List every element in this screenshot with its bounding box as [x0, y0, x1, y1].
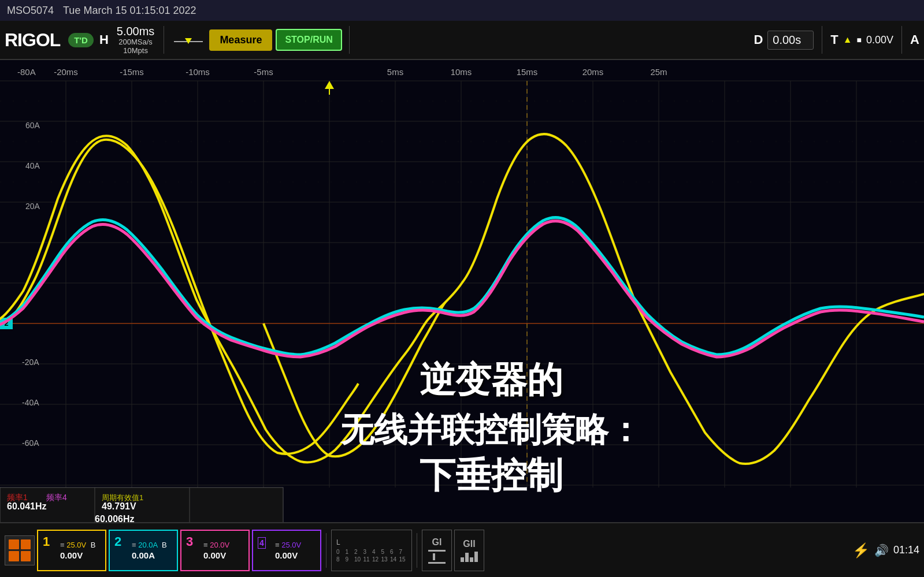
gi-label: GI [432, 537, 442, 548]
logic-analyzer-panel[interactable]: L 01234567 89101112131415 [331, 530, 412, 571]
gii-label: GII [463, 539, 475, 549]
ch1-voltage: 25.0V [66, 541, 86, 549]
gii-panel[interactable]: GII [454, 530, 484, 571]
ch4-voltage-line: ≡ 25.0V [275, 540, 314, 550]
svg-text:频率4: 频率4 [46, 493, 67, 502]
trigger-level-icon: ■ [857, 35, 862, 44]
svg-text:周期有效值1: 周期有效值1 [102, 493, 143, 502]
divider2 [349, 26, 350, 54]
ch2-voltage: 20.0A [138, 541, 157, 549]
trigger-level-value: 0.00V [866, 34, 893, 46]
stoprun-button[interactable]: STOP/RUN [276, 29, 342, 51]
svg-text:-10ms: -10ms [185, 67, 210, 77]
ch1-info: ≡ 25.0V B 0.00V [60, 540, 99, 560]
separator2 [417, 533, 417, 568]
gii-symbol [461, 552, 478, 562]
toolbar: RIGOL T'D H 5.00ms 200MSa/s 10Mpts Measu… [0, 21, 924, 60]
divider3 [822, 26, 822, 54]
timebase-value: 5.00ms [117, 25, 155, 38]
logic-grid: 01234567 89101112131415 [336, 549, 407, 563]
model-label: MSO5074 [7, 5, 54, 17]
toolbar-right: D 0.00s T ▲ ■ 0.00V A [754, 26, 919, 54]
ch2-info: ≡ 20.0A B 0.00A [132, 540, 171, 560]
ch3-number: 3 [186, 534, 193, 549]
svg-text:下垂控制: 下垂控制 [420, 455, 563, 495]
samplerate-value: 200MSa/s [118, 38, 153, 46]
ch1-coupling: B [91, 541, 96, 549]
svg-text:-15ms: -15ms [120, 67, 144, 77]
logic-label: L [336, 538, 407, 546]
ch4-number: 4 [258, 534, 266, 549]
svg-text:5ms: 5ms [387, 67, 403, 77]
channel-3-panel[interactable]: 3 ≡ 20.0V 0.00V [180, 530, 250, 571]
channel-1-panel[interactable]: 1 ≡ 25.0V B 0.00V [37, 530, 106, 571]
ch1-voltage-line: ≡ 25.0V B [60, 540, 99, 550]
ch3-info: ≡ 20.0V 0.00V [203, 540, 243, 560]
svg-text:49.791V: 49.791V [102, 501, 136, 511]
memdepth-value: 10Mpts [123, 47, 148, 55]
ch3-voltage-line: ≡ 20.0V [203, 540, 243, 550]
svg-text:-5ms: -5ms [254, 67, 273, 77]
h-label: H [99, 32, 109, 47]
svg-text:-40A: -40A [22, 398, 39, 407]
t-label: T [830, 32, 838, 47]
separator1 [326, 533, 326, 568]
svg-text:60.041Hz: 60.041Hz [7, 501, 47, 511]
divider1 [164, 26, 164, 54]
ch3-offset: 0.00V [203, 550, 243, 560]
svg-text:25m: 25m [650, 67, 667, 77]
svg-text:-80A: -80A [17, 67, 36, 77]
scope-screen: -80A -20ms -15ms -10ms -5ms 5ms 10ms 15m… [0, 60, 924, 534]
timebase-group: 5.00ms 200MSa/s 10Mpts [117, 25, 155, 55]
ch4-voltage: 25.0V [281, 541, 301, 549]
ch2-offset: 0.00A [132, 550, 171, 560]
scope-grid: -80A -20ms -15ms -10ms -5ms 5ms 10ms 15m… [0, 60, 924, 534]
measure-button[interactable]: Measure [209, 29, 272, 51]
datetime-label: Tue March 15 01:15:01 2022 [63, 5, 196, 17]
channel-4-panel[interactable]: 4 ≡ 25.0V 0.00V [252, 530, 321, 571]
svg-text:20ms: 20ms [582, 67, 604, 77]
volume-icon: 🔊 [874, 544, 889, 557]
svg-text:逆变器的: 逆变器的 [420, 360, 563, 400]
menu-grid-button[interactable] [5, 535, 35, 565]
gi-panel[interactable]: GI [422, 530, 452, 571]
ch2-voltage-line: ≡ 20.0A B [132, 540, 171, 550]
gi-symbol [428, 550, 446, 564]
bottom-right-area: ⚡ 🔊 01:14 [852, 542, 919, 559]
mode-badge[interactable]: T'D [68, 33, 94, 47]
svg-text:-60A: -60A [22, 438, 39, 448]
ch4-offset: 0.00V [275, 550, 314, 560]
ch4-info: ≡ 25.0V 0.00V [275, 540, 314, 560]
ch2-number: 2 [114, 534, 121, 549]
svg-text:20A: 20A [25, 202, 40, 211]
ch3-voltage: 20.0V [210, 541, 229, 549]
channel-bar: 1 ≡ 25.0V B 0.00V 2 ≡ 20.0A B 0.00A 3 ≡ [0, 522, 924, 577]
svg-text:-20A: -20A [22, 358, 39, 367]
trigger-arrow-icon: ▲ [843, 35, 852, 45]
svg-text:频率1: 频率1 [7, 493, 28, 502]
time-display: 01:14 [893, 544, 919, 556]
a-label: A [910, 32, 919, 47]
svg-text:10ms: 10ms [451, 67, 472, 77]
delay-value: 0.00s [767, 31, 814, 50]
svg-text:15ms: 15ms [517, 67, 538, 77]
channel-2-panel[interactable]: 2 ≡ 20.0A B 0.00A [109, 530, 178, 571]
usb-icon: ⚡ [852, 542, 870, 559]
svg-text:-20ms: -20ms [54, 67, 78, 77]
ch1-offset: 0.00V [60, 550, 99, 560]
ch2-coupling: B [162, 541, 167, 549]
divider4 [901, 26, 902, 54]
svg-text:无线并联控制策略：: 无线并联控制策略： [340, 411, 642, 448]
status-bar: MSO5074 Tue March 15 01:15:01 2022 [0, 0, 924, 21]
svg-text:40A: 40A [25, 161, 40, 170]
trigger-marker-area [171, 38, 206, 42]
brand-logo: RIGOL [5, 29, 60, 51]
d-label: D [754, 32, 763, 47]
ch1-number: 1 [43, 534, 50, 549]
svg-text:60A: 60A [25, 121, 40, 130]
